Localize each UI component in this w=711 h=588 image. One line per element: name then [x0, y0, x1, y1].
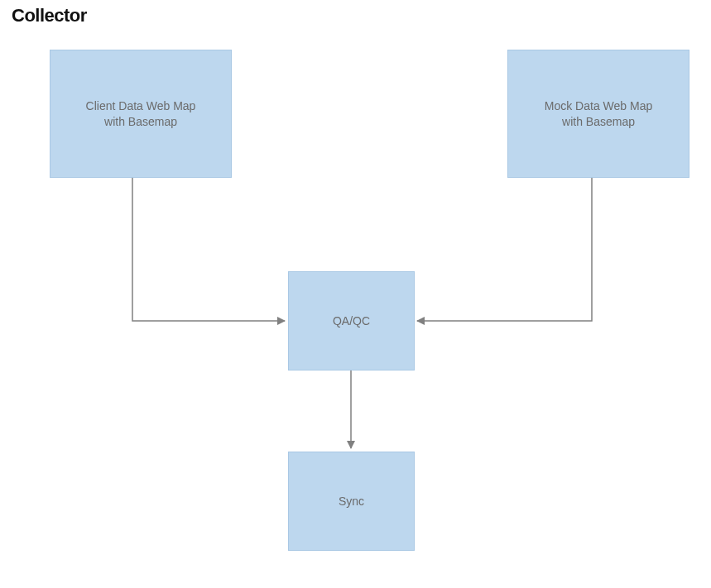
node-label: Client Data Web Mapwith Basemap: [86, 98, 196, 130]
node-client-data-web-map: Client Data Web Mapwith Basemap: [50, 50, 232, 178]
node-label: QA/QC: [333, 313, 370, 329]
edge-mock-to-qaqc: [417, 178, 592, 321]
node-label: Mock Data Web Mapwith Basemap: [545, 98, 652, 130]
node-qa-qc: QA/QC: [288, 271, 415, 370]
diagram-title: Collector: [12, 5, 87, 26]
node-mock-data-web-map: Mock Data Web Mapwith Basemap: [507, 50, 689, 178]
node-label: Sync: [339, 494, 364, 509]
node-sync: Sync: [288, 452, 415, 551]
edge-client-to-qaqc: [132, 178, 285, 321]
